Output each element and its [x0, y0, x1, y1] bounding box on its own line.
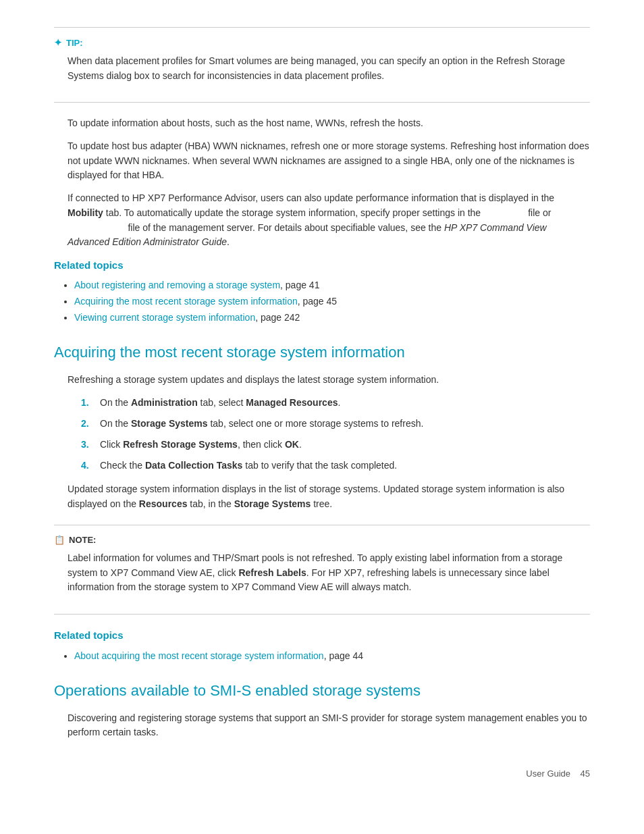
step-num-4: 4. — [81, 459, 93, 473]
acquiring-intro: Refreshing a storage system updates and … — [68, 373, 590, 388]
operations-body: Discovering and registering storage syst… — [68, 711, 590, 740]
footer: User Guide 45 — [54, 767, 590, 781]
note-label: 📋 NOTE: — [54, 533, 590, 547]
intro-para-2: To update host bus adapter (HBA) WWN nic… — [68, 139, 590, 183]
step-4: 4. Check the Data Collection Tasks tab t… — [68, 459, 590, 473]
step-1: 1. On the Administration tab, select Man… — [68, 396, 590, 410]
note-icon: 📋 — [54, 533, 65, 547]
step-text-4: Check the Data Collection Tasks tab to v… — [100, 459, 590, 473]
step-2: 2. On the Storage Systems tab, select on… — [68, 417, 590, 431]
link-suffix-1: , page 45 — [298, 296, 337, 307]
link-acquiring[interactable]: Acquiring the most recent storage system… — [74, 296, 298, 307]
link-suffix-rt2-0: , page 44 — [324, 650, 363, 661]
intro-para-1: To update information about hosts, such … — [68, 116, 590, 131]
link-registering[interactable]: About registering and removing a storage… — [74, 280, 280, 290]
list-item: About registering and removing a storage… — [74, 278, 590, 292]
step-num-3: 3. — [81, 438, 93, 452]
footer-label: User Guide — [526, 768, 570, 779]
related-topics-heading-2: Related topics — [54, 628, 590, 644]
intro-section: To update information about hosts, such … — [54, 116, 590, 250]
acquiring-outro: Updated storage system information displ… — [68, 482, 590, 511]
intro-para-3: If connected to HP XP7 Performance Advis… — [68, 191, 590, 250]
list-item: About acquiring the most recent storage … — [74, 649, 590, 663]
step-num-1: 1. — [81, 396, 93, 410]
note-body: Label information for volumes and THP/Sm… — [68, 551, 590, 595]
link-suffix-2: , page 242 — [255, 312, 300, 323]
link-viewing[interactable]: Viewing current storage system informati… — [74, 312, 255, 323]
tip-body: When data placement profiles for Smart v… — [68, 54, 590, 83]
list-item: Acquiring the most recent storage system… — [74, 294, 590, 309]
tip-block: ✦ TIP: When data placement profiles for … — [54, 27, 590, 103]
tip-icon: ✦ — [54, 36, 62, 50]
steps-list: 1. On the Administration tab, select Man… — [68, 396, 590, 473]
section-acquiring-body: Refreshing a storage system updates and … — [54, 373, 590, 511]
related-topics-section-1: Related topics About registering and rem… — [54, 258, 590, 325]
list-item: Viewing current storage system informati… — [74, 311, 590, 325]
related-topics-list-1: About registering and removing a storage… — [54, 278, 590, 325]
link-about-acquiring[interactable]: About acquiring the most recent storage … — [74, 650, 324, 661]
link-suffix-0: , page 41 — [280, 280, 319, 290]
section-operations-body: Discovering and registering storage syst… — [54, 711, 590, 740]
note-block: 📋 NOTE: Label information for volumes an… — [54, 525, 590, 615]
related-topics-heading-1: Related topics — [54, 258, 590, 273]
note-heading: NOTE: — [69, 533, 96, 547]
section-operations-title: Operations available to SMI-S enabled st… — [54, 679, 590, 702]
step-num-2: 2. — [81, 417, 93, 431]
section-acquiring-title: Acquiring the most recent storage system… — [54, 341, 590, 363]
tip-heading: TIP: — [66, 36, 83, 50]
tip-label: ✦ TIP: — [54, 36, 590, 50]
step-text-2: On the Storage Systems tab, select one o… — [100, 417, 590, 431]
step-text-1: On the Administration tab, select Manage… — [100, 396, 590, 410]
footer-page: 45 — [581, 768, 590, 779]
step-3: 3. Click Refresh Storage Systems, then c… — [68, 438, 590, 452]
step-text-3: Click Refresh Storage Systems, then clic… — [100, 438, 590, 452]
related-topics-section-2: Related topics About acquiring the most … — [54, 628, 590, 663]
related-topics-list-2: About acquiring the most recent storage … — [54, 649, 590, 663]
